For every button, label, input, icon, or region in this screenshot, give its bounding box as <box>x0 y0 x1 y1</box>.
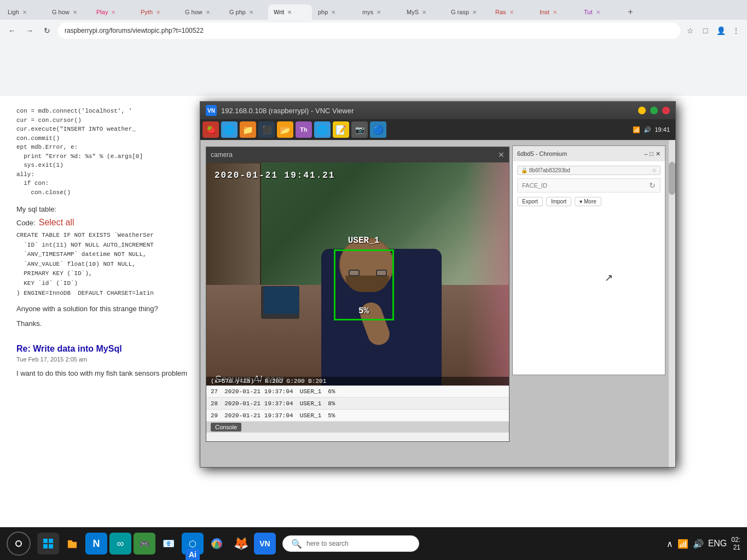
tab-close-icon[interactable]: ✕ <box>111 9 115 15</box>
taskbar-files-icon[interactable] <box>61 533 83 555</box>
tray-lang[interactable]: ENG <box>708 539 727 549</box>
console-label[interactable]: Console <box>211 423 241 431</box>
tab-label: Play <box>96 9 108 15</box>
tab-ras[interactable]: Ras ✕ <box>490 4 534 20</box>
rpi-folder-icon[interactable]: 📂 <box>277 121 293 138</box>
tab-writ[interactable]: Writ ✕ <box>268 4 312 20</box>
rpi-thonny-icon[interactable]: Th <box>296 121 312 138</box>
tab-close-icon[interactable]: ✕ <box>206 9 210 15</box>
tab-close-icon[interactable]: ✕ <box>287 9 292 15</box>
minimize-button[interactable]: – <box>638 107 646 114</box>
tab-mys1[interactable]: mys ✕ <box>357 4 401 20</box>
tab-close-icon[interactable]: ✕ <box>156 9 160 15</box>
tray-volume[interactable]: 🔊 <box>693 539 704 549</box>
forward-button[interactable]: → <box>22 23 37 38</box>
refresh-button[interactable]: ↻ <box>39 23 55 38</box>
tab-label: Pyth <box>141 9 153 15</box>
menu-icon[interactable]: ⋮ <box>729 24 743 37</box>
address-bar-row: ← → ↻ ☆ □ 👤 ⋮ <box>0 20 747 42</box>
rpi-notepad-icon[interactable]: 📝 <box>333 121 349 138</box>
tab-php2[interactable]: php ✕ <box>312 4 356 20</box>
reload-icon[interactable]: ↻ <box>649 181 656 190</box>
extension-icon[interactable]: □ <box>699 24 712 37</box>
data-table: 27 2020-01-21 19:37:04 USER_1 6% 28 2020… <box>206 386 509 441</box>
camera-title-text: camera <box>211 151 233 159</box>
tab-play[interactable]: Play ✕ <box>91 4 135 20</box>
vnc-scrollbar[interactable] <box>669 140 675 467</box>
rpi-chromium-icon[interactable]: 🌐 <box>314 121 331 138</box>
tab-how2[interactable]: G how ✕ <box>179 4 223 20</box>
tab-close-icon[interactable]: ✕ <box>509 9 514 15</box>
chromium-close[interactable]: ✕ <box>656 150 661 158</box>
tab-ligh[interactable]: Ligh ✕ <box>2 4 46 20</box>
code-prefix: Code: <box>16 219 36 227</box>
star-icon[interactable]: ☆ <box>684 24 697 37</box>
tray-network: 📶 <box>677 539 688 549</box>
taskbar-vnc-icon[interactable]: VN <box>254 533 276 555</box>
rpi-terminal-icon[interactable]: ⬛ <box>258 121 275 138</box>
camera-timestamp: 2020-01-21 19:41.21 <box>215 171 335 180</box>
start-button[interactable] <box>7 532 31 556</box>
chromium-restore[interactable]: □ <box>650 150 653 158</box>
taskbar-game-icon[interactable]: 🎮 <box>134 533 155 555</box>
system-tray: ∧ 📶 🔊 ENG 02: 21 <box>667 536 740 551</box>
export-button[interactable]: Export <box>517 197 543 206</box>
import-button[interactable]: Import <box>546 197 571 206</box>
tab-inst[interactable]: Inst ✕ <box>534 4 578 20</box>
tab-close-icon[interactable]: ✕ <box>73 9 77 15</box>
face-user-label: USER_1 <box>348 236 380 246</box>
restore-button[interactable]: □ <box>650 107 658 114</box>
taskbar-firefox-icon[interactable]: 🦊 <box>230 533 252 555</box>
reply-title[interactable]: Re: Write data into MySql <box>16 344 192 354</box>
tab-close-icon[interactable]: ✕ <box>472 9 477 15</box>
tab-close-icon[interactable]: ✕ <box>596 9 600 15</box>
chromium-controls: – □ ✕ <box>644 150 661 158</box>
rpi-bluetooth-icon[interactable]: 🔵 <box>370 121 386 138</box>
tab-close-icon[interactable]: ✕ <box>249 9 253 15</box>
tab-pyth[interactable]: Pyth ✕ <box>135 4 179 20</box>
camera-close-button[interactable]: ✕ <box>498 150 505 159</box>
taskbar-n-icon[interactable]: N <box>85 533 107 555</box>
vnc-titlebar: VN 192.168.0.108 (raspberrypi) - VNC Vie… <box>200 102 675 119</box>
taskbar-chrome-icon[interactable] <box>206 533 228 555</box>
rpi-browser-icon[interactable]: 🌐 <box>221 121 238 138</box>
tab-how1[interactable]: G how ✕ <box>47 4 90 20</box>
more-button[interactable]: ▾ More <box>575 197 601 206</box>
tab-bar: Ligh ✕ G how ✕ Play ✕ Pyth ✕ G how ✕ G p… <box>0 0 747 20</box>
taskbar-email-icon[interactable]: 📧 <box>158 533 179 555</box>
tray-chevron[interactable]: ∧ <box>667 539 673 549</box>
url-input[interactable] <box>58 22 680 39</box>
url-hash: 🔒 8b6f7ab83293bd <box>521 167 570 173</box>
select-all-link[interactable]: Select all <box>39 218 74 228</box>
tab-close-icon[interactable]: ✕ <box>377 9 381 15</box>
tab-label: Ras <box>495 9 506 15</box>
rpi-taskbar-right: 📶 🔊 19:41 <box>633 126 670 133</box>
taskbar-search[interactable]: 🔍 here to search <box>282 535 419 552</box>
taskbar-grid-icon[interactable] <box>37 533 59 555</box>
face-id-input[interactable] <box>522 182 645 189</box>
tab-close-icon[interactable]: ✕ <box>331 9 335 15</box>
vnc-scroll-thumb[interactable] <box>669 162 675 195</box>
row-id: 27 <box>211 388 218 395</box>
back-button[interactable]: ← <box>4 23 20 38</box>
rpi-start-icon[interactable]: 🍓 <box>202 121 219 138</box>
tab-rasp[interactable]: G rasp ✕ <box>445 4 489 20</box>
table-row-29: 29 2020-01-21 19:37:04 USER_1 5% <box>206 410 509 422</box>
tab-php1[interactable]: G php ✕ <box>224 4 268 20</box>
close-button[interactable]: ✕ <box>662 107 670 114</box>
account-icon[interactable]: 👤 <box>714 24 727 37</box>
tab-mys2[interactable]: MyS ✕ <box>401 4 445 20</box>
row-user: USER_1 <box>300 412 322 419</box>
rpi-camera-icon[interactable]: 📷 <box>351 121 368 138</box>
chromium-minimize[interactable]: – <box>644 150 647 158</box>
tab-close-icon[interactable]: ✕ <box>22 9 27 15</box>
camera-background: 2020-01-21 19:41.21 USER_1 5% <box>206 162 509 386</box>
taskbar-arduino-icon[interactable]: ∞ <box>109 533 131 555</box>
tab-close-icon[interactable]: ✕ <box>422 9 426 15</box>
new-tab-button[interactable]: + <box>623 4 638 20</box>
tab-close-icon[interactable]: ✕ <box>553 9 557 15</box>
chromium-star[interactable]: ☆ <box>652 167 657 173</box>
right-person <box>465 162 509 386</box>
rpi-files-icon[interactable]: 📁 <box>240 121 256 138</box>
tab-tut[interactable]: Tut ✕ <box>578 4 622 20</box>
